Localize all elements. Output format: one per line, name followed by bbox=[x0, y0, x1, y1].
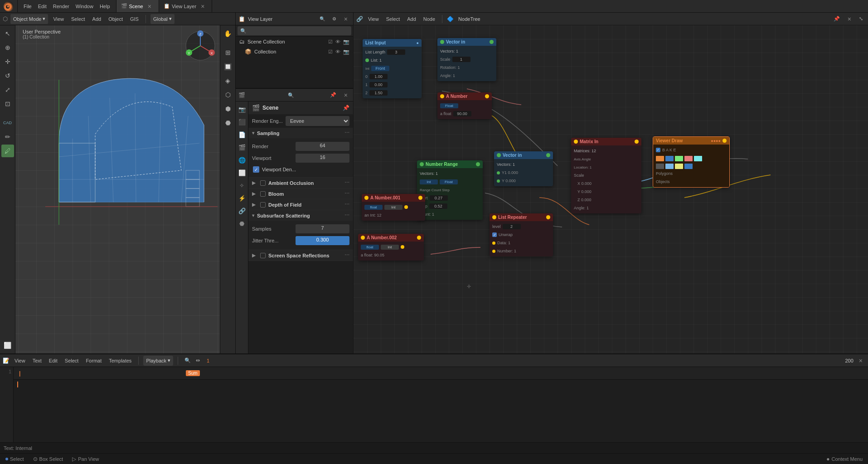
node-viewer-draw[interactable]: Viewer Draw ●●●● ✓ B A K E bbox=[653, 136, 730, 188]
rotate-tool[interactable]: ↺ bbox=[1, 69, 14, 82]
col-vis-icon[interactable]: ☑ bbox=[328, 49, 333, 55]
node-vector-in[interactable]: Vector in Vectors: 1 Scale 1 Rotation: 1 bbox=[437, 38, 496, 81]
object-btn[interactable]: Object bbox=[106, 14, 125, 24]
ssr-header[interactable]: ▶ Screen Space Reflections ⋯ bbox=[248, 250, 353, 261]
text-menu-view[interactable]: View bbox=[12, 356, 28, 366]
node-a-number[interactable]: A Number Float a float 90.00 bbox=[437, 92, 492, 119]
scene-pin-icon[interactable]: 📌 bbox=[343, 105, 349, 111]
node-vector-in-2[interactable]: Vector in Vectors: 1 Y1 0.000 Y 0.000 bbox=[494, 151, 553, 186]
eye-icon[interactable]: 👁 bbox=[335, 39, 340, 45]
color-swatch-1[interactable] bbox=[656, 156, 664, 161]
scene-tab-close[interactable]: × bbox=[145, 3, 154, 10]
props-object-icon[interactable]: ⬜ bbox=[236, 167, 248, 179]
text-editor-close[interactable]: × bbox=[856, 357, 865, 364]
ssr-checkbox[interactable] bbox=[260, 253, 266, 258]
bloom-menu[interactable]: ⋯ bbox=[344, 191, 349, 197]
shading-wire[interactable]: ◈ bbox=[222, 74, 234, 87]
annotate-tool[interactable]: ✏ bbox=[1, 130, 14, 143]
orientation-dropdown[interactable]: Global ▾ bbox=[150, 14, 175, 24]
node-menu-view[interactable]: View bbox=[366, 14, 381, 24]
playback-dropdown[interactable]: Playback ▾ bbox=[143, 356, 173, 366]
props-close[interactable]: × bbox=[341, 92, 350, 99]
color-swatch-2[interactable] bbox=[665, 156, 674, 161]
camera-icon[interactable]: 📷 bbox=[343, 39, 349, 45]
ao-menu[interactable]: ⋯ bbox=[344, 180, 349, 186]
list-length-val[interactable]: 3 bbox=[387, 49, 405, 55]
samples-value[interactable]: 7 bbox=[296, 224, 349, 233]
jitter-value[interactable]: 0.300 bbox=[296, 236, 349, 245]
color-swatch-5[interactable] bbox=[694, 156, 702, 161]
text-menu-text[interactable]: Text bbox=[30, 356, 44, 366]
status-context-menu[interactable]: ● Context Menu bbox=[826, 456, 863, 462]
text-area-content[interactable] bbox=[14, 380, 868, 442]
text-menu-select[interactable]: Select bbox=[63, 356, 81, 366]
add-btn[interactable]: Add bbox=[90, 14, 104, 24]
workspace-tab-view-layer[interactable]: 📋 View Layer × bbox=[159, 0, 212, 12]
node-menu-select[interactable]: Select bbox=[384, 14, 402, 24]
outliner-search[interactable] bbox=[238, 26, 351, 35]
cube-tool[interactable]: ⬜ bbox=[1, 339, 14, 352]
render-value[interactable]: 64 bbox=[296, 142, 349, 151]
props-search-input[interactable] bbox=[288, 92, 322, 98]
dof-checkbox[interactable] bbox=[260, 202, 266, 208]
node-menu-node[interactable]: Node bbox=[421, 14, 437, 24]
props-render-icon[interactable]: 📷 bbox=[236, 103, 248, 115]
props-world-icon[interactable]: 🌐 bbox=[236, 154, 248, 166]
color-swatch-8[interactable] bbox=[675, 164, 683, 169]
bloom-header[interactable]: ▶ Bloom ⋯ bbox=[248, 188, 353, 199]
dof-header[interactable]: ▶ Depth of Field ⋯ bbox=[248, 199, 353, 210]
color-swatch-6[interactable] bbox=[656, 164, 664, 169]
node-a-number-002[interactable]: A Number.002 float Int a float: 90.05 bbox=[358, 234, 424, 261]
node-menu-add[interactable]: Add bbox=[405, 14, 418, 24]
view-btn[interactable]: View bbox=[51, 14, 66, 24]
object-mode-dropdown[interactable]: Object Mode ▾ bbox=[10, 14, 48, 24]
color-swatch-9[interactable] bbox=[684, 164, 693, 169]
sampling-header[interactable]: ▾ Sampling ⋯ bbox=[248, 128, 353, 138]
node-pin-btn[interactable]: 📌 bbox=[831, 14, 842, 24]
draw-tool[interactable]: 🖊 bbox=[1, 145, 14, 157]
props-physics-icon[interactable]: ⚡ bbox=[236, 192, 248, 204]
workspace-tab-scene[interactable]: 🎬 Scene × bbox=[116, 0, 159, 12]
props-pin-btn[interactable]: 📌 bbox=[328, 90, 339, 100]
outliner-filter-btn[interactable]: 🔍 bbox=[317, 14, 327, 24]
axis-gizmo[interactable]: Z X Y bbox=[184, 30, 216, 62]
move-tool[interactable]: ✛ bbox=[1, 55, 14, 68]
text-menu-templates[interactable]: Templates bbox=[107, 356, 134, 366]
lr-unwrap[interactable]: ✓ bbox=[492, 232, 497, 237]
transform-tool[interactable]: ⊡ bbox=[1, 97, 14, 110]
node-matrix-in[interactable]: Matrix In Matrices: 12 Axis.Angle Locati… bbox=[571, 138, 641, 213]
outliner-collection[interactable]: 📦 Collection ☑ 👁 📷 bbox=[236, 47, 353, 57]
node-canvas[interactable]: List Input ● List Length 3 List: 1 Int F… bbox=[354, 25, 868, 353]
viewport-den-checkbox[interactable]: ✓ bbox=[253, 166, 259, 173]
gis-btn[interactable]: GIS bbox=[128, 14, 141, 24]
color-swatch-4[interactable] bbox=[684, 156, 693, 161]
shading-render[interactable]: ⬣ bbox=[222, 116, 234, 129]
node-list-repeater[interactable]: List Repeater level 2 ✓ Unwrap Data: 1 bbox=[490, 213, 553, 256]
view-persp[interactable]: 🔲 bbox=[222, 60, 234, 73]
ambient-occlusion-header[interactable]: ▶ Ambient Occlusion ⋯ bbox=[248, 178, 353, 188]
props-scene-icon[interactable]: 🎬 bbox=[236, 141, 248, 153]
view-layer-tab-close[interactable]: × bbox=[198, 3, 207, 10]
text-menu-edit[interactable]: Edit bbox=[47, 356, 60, 366]
menu-window[interactable]: Window bbox=[73, 1, 96, 11]
int-field[interactable]: Front bbox=[371, 66, 389, 71]
color-swatch-7[interactable] bbox=[665, 164, 674, 169]
cursor-tool[interactable]: ⊕ bbox=[1, 41, 14, 54]
menu-help[interactable]: Help bbox=[97, 1, 112, 11]
viewport-value[interactable]: 16 bbox=[296, 154, 349, 163]
outliner-settings-btn[interactable]: ⚙ bbox=[330, 14, 339, 24]
status-select[interactable]: Select bbox=[5, 456, 24, 462]
props-view-layer-icon[interactable]: 📄 bbox=[236, 129, 248, 140]
color-swatch-3[interactable] bbox=[675, 156, 683, 161]
node-list-input[interactable]: List Input ● List Length 3 List: 1 Int F… bbox=[363, 39, 422, 98]
ssr-menu[interactable]: ⋯ bbox=[344, 252, 349, 258]
col-cam-icon[interactable]: 📷 bbox=[343, 49, 349, 55]
zoom-in-btn[interactable]: ⇔ bbox=[194, 356, 202, 366]
blender-logo[interactable] bbox=[4, 1, 14, 11]
shading-material[interactable]: ⬢ bbox=[222, 102, 234, 115]
props-output-icon[interactable]: ⬛ bbox=[236, 116, 248, 128]
sampling-menu[interactable]: ⋯ bbox=[344, 130, 349, 136]
view-front[interactable]: ⊞ bbox=[222, 46, 234, 59]
menu-render[interactable]: Render bbox=[51, 1, 72, 11]
sss-menu[interactable]: ⋯ bbox=[344, 213, 349, 218]
